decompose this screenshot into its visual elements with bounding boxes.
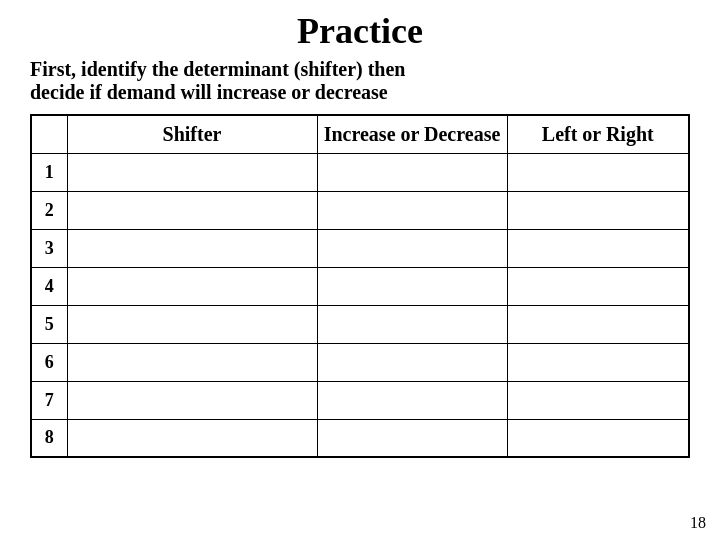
row-number: 5 [31, 305, 67, 343]
row-number: 7 [31, 381, 67, 419]
table-row: 1 [31, 153, 689, 191]
page-subtitle: First, identify the determinant (shifter… [20, 58, 406, 104]
shifter-cell [67, 191, 317, 229]
table-row: 4 [31, 267, 689, 305]
increase-decrease-cell [317, 229, 507, 267]
row-number: 1 [31, 153, 67, 191]
practice-table: Shifter Increase or Decrease Left or Rig… [30, 114, 690, 458]
left-right-cell [507, 419, 689, 457]
table-row: 2 [31, 191, 689, 229]
increase-decrease-cell [317, 267, 507, 305]
row-number: 6 [31, 343, 67, 381]
header-left-right: Left or Right [507, 115, 689, 153]
increase-decrease-cell [317, 153, 507, 191]
table-row: 5 [31, 305, 689, 343]
shifter-cell [67, 305, 317, 343]
left-right-cell [507, 381, 689, 419]
subtitle-line2: decide if demand will increase or decrea… [30, 81, 388, 103]
page-title: Practice [297, 10, 423, 52]
increase-decrease-cell [317, 343, 507, 381]
table-body: 12345678 [31, 153, 689, 457]
shifter-cell [67, 267, 317, 305]
left-right-cell [507, 229, 689, 267]
shifter-cell [67, 153, 317, 191]
left-right-cell [507, 305, 689, 343]
increase-decrease-cell [317, 191, 507, 229]
row-number: 8 [31, 419, 67, 457]
shifter-cell [67, 419, 317, 457]
left-right-cell [507, 191, 689, 229]
subtitle-line1: First, identify the determinant (shifter… [30, 58, 406, 80]
row-number: 4 [31, 267, 67, 305]
table-row: 6 [31, 343, 689, 381]
header-increase-decrease: Increase or Decrease [317, 115, 507, 153]
row-number: 3 [31, 229, 67, 267]
shifter-cell [67, 381, 317, 419]
table-wrapper: Shifter Increase or Decrease Left or Rig… [20, 114, 700, 530]
table-row: 3 [31, 229, 689, 267]
shifter-cell [67, 343, 317, 381]
shifter-cell [67, 229, 317, 267]
row-number: 2 [31, 191, 67, 229]
increase-decrease-cell [317, 419, 507, 457]
table-row: 8 [31, 419, 689, 457]
left-right-cell [507, 153, 689, 191]
header-num [31, 115, 67, 153]
page-container: Practice First, identify the determinant… [0, 0, 720, 540]
header-shifter: Shifter [67, 115, 317, 153]
increase-decrease-cell [317, 381, 507, 419]
increase-decrease-cell [317, 305, 507, 343]
page-number: 18 [690, 514, 706, 532]
table-header-row: Shifter Increase or Decrease Left or Rig… [31, 115, 689, 153]
left-right-cell [507, 267, 689, 305]
left-right-cell [507, 343, 689, 381]
table-row: 7 [31, 381, 689, 419]
